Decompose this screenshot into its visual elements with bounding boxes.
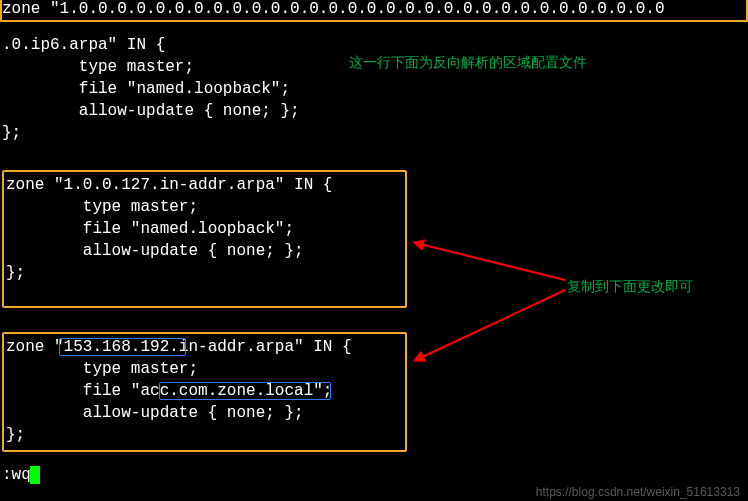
annotation-top: 这一行下面为反向解析的区域配置文件 bbox=[349, 54, 587, 72]
code-line: allow-update { none; }; bbox=[2, 102, 300, 120]
watermark: https://blog.csdn.net/weixin_51613313 bbox=[536, 485, 740, 499]
code-line: zone "1.0.0.127.in-addr.arpa" IN { bbox=[6, 176, 332, 194]
code-line: type master; bbox=[6, 198, 198, 216]
code-line: allow-update { none; }; bbox=[6, 404, 304, 422]
code-line: file "named.loopback"; bbox=[2, 80, 290, 98]
code-line: }; bbox=[6, 426, 25, 444]
highlight-changed-ip bbox=[59, 338, 186, 356]
code-line: allow-update { none; }; bbox=[6, 242, 304, 260]
code-line: type master; bbox=[6, 360, 198, 378]
code-line: }; bbox=[6, 264, 25, 282]
arrow-to-bottom bbox=[420, 290, 565, 358]
annotation-right: 复制到下面更改即可 bbox=[567, 278, 693, 296]
code-line: .0.ip6.arpa" IN { bbox=[2, 36, 165, 54]
terminal-cursor bbox=[30, 466, 40, 484]
vim-command[interactable]: :wq bbox=[2, 466, 31, 484]
code-line: }; bbox=[2, 124, 21, 142]
code-line: file "named.loopback"; bbox=[6, 220, 294, 238]
code-line: type master; bbox=[2, 58, 194, 76]
code-line: zone "1.0.0.0.0.0.0.0.0.0.0.0.0.0.0.0.0.… bbox=[2, 0, 665, 18]
highlight-changed-file bbox=[159, 382, 331, 400]
terminal-screen[interactable]: zone "1.0.0.0.0.0.0.0.0.0.0.0.0.0.0.0.0.… bbox=[0, 0, 748, 501]
arrow-to-middle bbox=[420, 244, 565, 280]
